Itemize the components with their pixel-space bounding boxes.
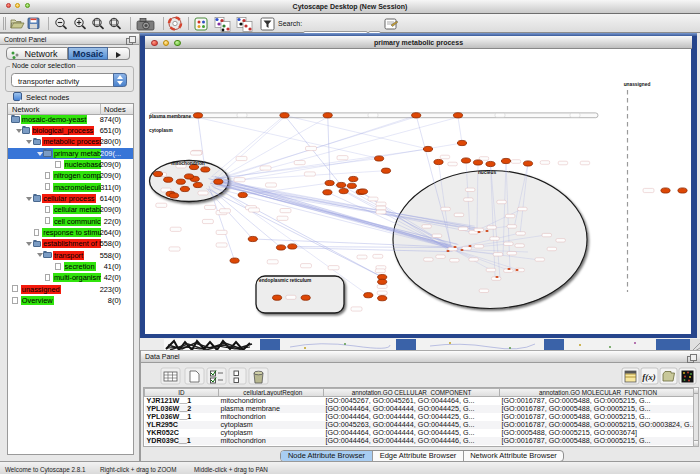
svg-text:cytoplasm: cytoplasm: [149, 128, 173, 133]
svg-text:plasma membrane: plasma membrane: [149, 114, 191, 119]
svg-text:unassigned: unassigned: [624, 82, 651, 87]
svg-text:endoplasmic reticulum: endoplasmic reticulum: [259, 278, 311, 283]
svg-text:mitochondrion: mitochondrion: [171, 161, 205, 166]
svg-text:f(x): f(x): [642, 372, 656, 382]
svg-text:nucleus: nucleus: [478, 170, 496, 175]
